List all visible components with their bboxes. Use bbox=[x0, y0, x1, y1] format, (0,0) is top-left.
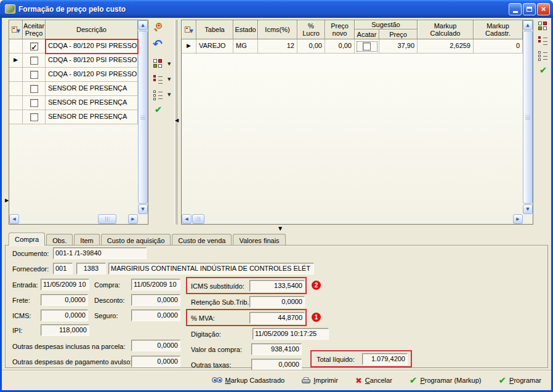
grid-config-button[interactable] bbox=[151, 57, 164, 70]
col-descricao[interactable]: Descrição bbox=[46, 20, 138, 39]
descricao-cell[interactable]: SENSOR DE PRESENÇA bbox=[46, 96, 138, 110]
col-preco[interactable]: Preço bbox=[379, 30, 418, 39]
aceitar-checkbox[interactable] bbox=[23, 82, 46, 96]
tab-compra[interactable]: Compra bbox=[9, 233, 45, 246]
col-tabela[interactable]: Tabela bbox=[196, 20, 233, 39]
scroll-thumb[interactable] bbox=[192, 214, 204, 224]
scroll-left-button[interactable]: ◀ bbox=[182, 214, 192, 224]
checklist-button[interactable] bbox=[151, 73, 164, 86]
programar-markup-button[interactable]: ✔ Programar (Markup) bbox=[410, 376, 482, 385]
acatar-checkbox-cell[interactable] bbox=[355, 39, 379, 54]
total-liquido-field[interactable]: 1.079,4200 bbox=[362, 353, 408, 365]
col-acatar[interactable]: Acatar bbox=[355, 30, 379, 39]
price-grid[interactable]: ▼ Tabela Estado Icms(%) % Lucro Preço no… bbox=[181, 20, 533, 225]
documento-field[interactable]: 001-1 /1-39840 bbox=[53, 247, 147, 259]
col-markup-calculado[interactable]: Markup Calculado bbox=[418, 20, 474, 39]
col-aceitar-preco[interactable]: Aceitar Preço bbox=[23, 20, 46, 39]
markup-cadastrado-cell[interactable]: 0 bbox=[474, 39, 523, 54]
desconto-field[interactable]: 0,0000 bbox=[131, 294, 180, 306]
confirm-button[interactable]: ✔ bbox=[537, 64, 549, 76]
aceitar-checkbox[interactable] bbox=[23, 39, 46, 54]
valor-compra-field[interactable]: 938,4100 bbox=[251, 343, 302, 355]
preco-novo-cell[interactable]: 0,00 bbox=[325, 39, 355, 54]
col-group-sugestao[interactable]: Sugestão bbox=[355, 20, 418, 30]
tab-valores-finais[interactable]: Valores finais bbox=[233, 234, 285, 246]
cancelar-button[interactable]: ✖ Cancelar bbox=[355, 377, 392, 385]
programar-button[interactable]: ✔ Programar bbox=[498, 376, 541, 385]
ipi-field[interactable]: 118,0000 bbox=[41, 324, 89, 336]
icms-cell[interactable]: 12 bbox=[258, 39, 297, 54]
fornecedor-code2-field[interactable]: 1383 bbox=[76, 263, 106, 274]
tab-custo-venda[interactable]: Custo de venda bbox=[172, 234, 232, 246]
fornecedor-name-field[interactable]: MARGIRIUS CONTINENTAL INDÚSTRIA DE CONTR… bbox=[108, 263, 314, 274]
minimize-button[interactable] bbox=[509, 3, 522, 15]
chevron-down-icon[interactable]: ▼ bbox=[168, 92, 171, 97]
scroll-thumb[interactable] bbox=[98, 214, 116, 224]
descricao-cell[interactable]: CDQA - 80/120 PSI PRESSOS bbox=[46, 39, 138, 54]
chevron-down-icon[interactable]: ▼ bbox=[168, 62, 171, 66]
checkbox-icon[interactable] bbox=[30, 57, 38, 65]
tab-item[interactable]: Item bbox=[74, 234, 99, 246]
scroll-left-button[interactable]: ◀ bbox=[9, 214, 19, 224]
grid-config-button[interactable] bbox=[536, 20, 549, 32]
tabela-cell[interactable]: VAREJO bbox=[196, 39, 233, 54]
icms-field[interactable]: 0,0000 bbox=[41, 310, 88, 321]
undo-button[interactable]: ↶ bbox=[151, 38, 164, 50]
frete-field[interactable]: 0,0000 bbox=[41, 294, 88, 306]
retencao-field[interactable]: 0,0000 bbox=[249, 296, 305, 308]
markup-calculado-cell[interactable]: 2,6259 bbox=[418, 39, 474, 54]
descricao-cell[interactable]: CDQA - 80/120 PSI PRESSOS bbox=[46, 68, 138, 82]
preco-sugestao-cell[interactable]: 37,90 bbox=[379, 39, 418, 54]
confirm-button[interactable]: ✔ bbox=[152, 103, 164, 116]
col-markup-cadastrado[interactable]: Markup Cadastr. bbox=[474, 20, 523, 39]
estado-cell[interactable]: MG bbox=[233, 39, 258, 54]
titlebar[interactable]: Formação de preço pelo custo × bbox=[0, 0, 553, 18]
outras-avulso-field[interactable]: 0,0000 bbox=[131, 356, 180, 367]
scroll-thumb[interactable] bbox=[523, 31, 533, 204]
chevron-down-icon[interactable]: ▼ bbox=[168, 77, 171, 82]
aceitar-checkbox[interactable] bbox=[23, 54, 46, 68]
zoom-button[interactable]: + bbox=[152, 22, 164, 34]
descricao-cell[interactable]: SENSOR DE PRESENÇA bbox=[46, 82, 138, 96]
bottom-splitter-handle[interactable]: ▼ bbox=[278, 226, 282, 231]
aceitar-checkbox[interactable] bbox=[23, 96, 46, 110]
grid-options-header-cell[interactable]: ▼ bbox=[9, 20, 23, 39]
checkbox-icon[interactable] bbox=[30, 71, 38, 79]
checkbox-icon[interactable] bbox=[30, 99, 38, 107]
descricao-cell[interactable]: CDQA - 80/120 PSI PRESSOS bbox=[46, 54, 138, 68]
right-grid-hscrollbar[interactable]: ◀ ▶ bbox=[182, 214, 523, 224]
entrada-field[interactable]: 11/05/2009 10 bbox=[41, 279, 89, 290]
items-grid[interactable]: ▼ Aceitar Preço Descrição CDQA - 80/120 … bbox=[9, 20, 148, 225]
left-grid-vscrollbar[interactable]: ▲ ▼ bbox=[138, 20, 148, 214]
scroll-right-button[interactable]: ▶ bbox=[513, 214, 523, 224]
splitter-collapse-left[interactable]: ◀ bbox=[175, 118, 179, 123]
checklist-button[interactable] bbox=[536, 34, 549, 47]
col-estado[interactable]: Estado bbox=[233, 20, 258, 39]
descricao-cell[interactable]: SENSOR DE PRESENÇA bbox=[46, 110, 138, 124]
scroll-down-button[interactable]: ▼ bbox=[523, 204, 533, 214]
col-lucro[interactable]: % Lucro bbox=[297, 20, 325, 39]
fornecedor-code1-field[interactable]: 001 bbox=[53, 263, 73, 274]
col-icms[interactable]: Icms(%) bbox=[258, 20, 297, 39]
checkbox-icon[interactable] bbox=[363, 42, 371, 50]
imprimir-button[interactable]: Imprimir bbox=[302, 377, 338, 384]
scroll-thumb[interactable] bbox=[138, 31, 148, 204]
right-grid-vscrollbar[interactable]: ▲ ▼ bbox=[523, 20, 533, 214]
list-button[interactable] bbox=[536, 49, 549, 62]
aceitar-checkbox[interactable] bbox=[23, 68, 46, 82]
digitacao-field[interactable]: 11/05/2009 10:17:25 bbox=[252, 328, 329, 340]
markup-cadastrado-button[interactable]: Markup Cadastrado bbox=[212, 377, 285, 384]
scroll-down-button[interactable]: ▼ bbox=[138, 204, 148, 214]
maximize-button[interactable] bbox=[523, 3, 536, 15]
col-preco-novo[interactable]: Preço novo bbox=[325, 20, 355, 39]
tab-obs[interactable]: Obs. bbox=[46, 234, 73, 246]
icms-substituido-field[interactable]: 133,5400 bbox=[249, 280, 305, 292]
compra-field[interactable]: 11/05/2009 10 bbox=[131, 279, 180, 290]
checkbox-icon[interactable] bbox=[30, 113, 38, 121]
left-grid-hscrollbar[interactable]: ◀ ▶ bbox=[9, 214, 138, 224]
mva-field[interactable]: 44,8700 bbox=[249, 312, 305, 324]
checkbox-checked-icon[interactable] bbox=[30, 42, 38, 50]
lucro-cell[interactable]: 0,00 bbox=[297, 39, 325, 54]
scroll-up-button[interactable]: ▲ bbox=[523, 20, 533, 30]
seguro-field[interactable]: 0,0000 bbox=[131, 310, 180, 321]
